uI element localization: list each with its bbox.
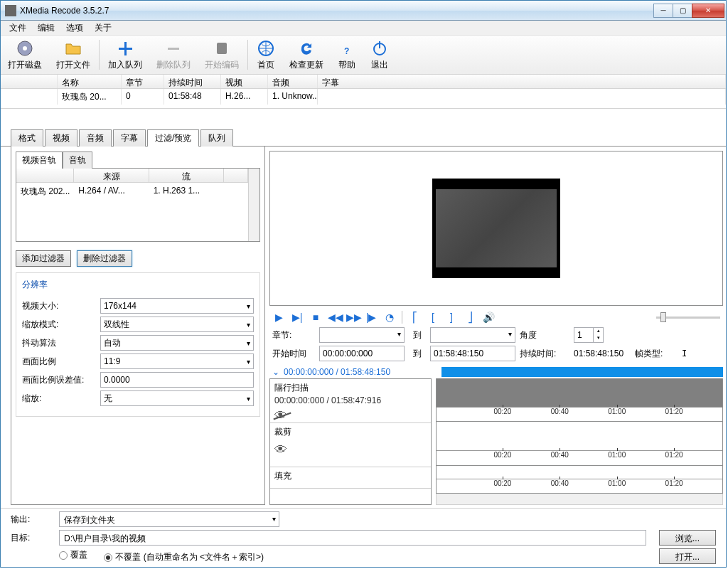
plus-icon — [116, 39, 134, 58]
clock-icon[interactable]: ◔ — [383, 312, 396, 323]
step-icon[interactable]: |▶ — [365, 312, 378, 323]
svg-rect-3 — [217, 43, 227, 54]
scale-mode-combo[interactable]: 双线性 — [100, 317, 254, 332]
eye-icon[interactable]: 👁 — [274, 442, 287, 457]
svg-rect-7 — [379, 41, 380, 48]
tab-format[interactable]: 格式 — [11, 129, 43, 147]
progress-bar[interactable] — [441, 367, 723, 377]
svg-rect-2 — [168, 48, 179, 50]
zoom-combo[interactable]: 无 — [100, 390, 254, 406]
add-filter-button[interactable]: 添加过滤器 — [16, 250, 71, 267]
toolbar: 打开磁盘 打开文件 加入队列 删除队列 开始编码 首页 检查更新 ?帮助 退出 — [1, 35, 726, 75]
app-window: XMedia Recode 3.5.2.7 ─ ▢ ✕ 文件 编辑 选项 关于 … — [0, 0, 727, 568]
bracket-open-icon[interactable]: [ — [427, 312, 439, 323]
tab-video[interactable]: 视频 — [45, 129, 77, 147]
menu-options[interactable]: 选项 — [60, 21, 89, 36]
tb-update[interactable]: 检查更新 — [282, 37, 331, 73]
tb-open-file[interactable]: 打开文件 — [49, 37, 97, 73]
track-scrollbar[interactable] — [248, 169, 259, 241]
mark-out-icon[interactable]: ⎦ — [464, 312, 476, 323]
output-mode-combo[interactable]: 保存到文件夹 — [59, 511, 279, 527]
resolution-group: 分辨率 视频大小:176x144 缩放模式:双线性 抖动算法自动 画面比例11:… — [16, 272, 260, 417]
main-tabs: 格式 视频 音频 字幕 过滤/预览 队列 — [1, 129, 726, 146]
encode-icon — [213, 39, 231, 58]
help-icon: ? — [338, 39, 356, 58]
tab-queue[interactable]: 队列 — [200, 129, 233, 147]
volume-slider[interactable] — [656, 317, 720, 319]
tab-subtitle[interactable]: 字幕 — [113, 129, 146, 147]
subtab-videotrack[interactable]: 视频音轨 — [16, 151, 63, 169]
next-icon[interactable]: ▶| — [291, 312, 304, 323]
globe-icon — [257, 39, 275, 58]
overwrite-radio[interactable]: 覆盖 — [59, 549, 87, 561]
output-bar: 输出: 保存到文件夹 目标: D:\用户目录\我的视频 浏览... 覆盖 不覆盖… — [1, 508, 726, 567]
app-icon — [5, 5, 16, 16]
timeline-track-3[interactable]: 00:2000:4001:0001:20 — [436, 466, 723, 494]
delete-filter-button[interactable]: 删除过滤器 — [77, 250, 132, 267]
aspect-error-input[interactable]: 0.0000 — [100, 372, 254, 388]
disc-icon — [16, 39, 34, 58]
play-icon[interactable]: ▶ — [272, 312, 285, 323]
rewind-icon[interactable]: ◀◀ — [328, 312, 341, 323]
tb-add-queue[interactable]: 加入队列 — [101, 37, 149, 73]
filter-list: 隔行扫描00:00:00:000 / 01:58:47:916👁 裁剪👁 填充 — [269, 378, 432, 505]
svg-text:?: ? — [344, 46, 349, 56]
chevron-down-icon[interactable]: ⌄ — [272, 367, 279, 377]
filter-crop[interactable]: 裁剪👁 — [270, 423, 431, 467]
svg-point-1 — [23, 46, 27, 50]
forward-icon[interactable]: ▶▶ — [346, 312, 359, 323]
eye-off-icon[interactable]: 👁 — [274, 408, 287, 423]
volume-icon[interactable]: 🔊 — [482, 312, 495, 323]
subtab-audiotrack[interactable]: 音轨 — [63, 151, 92, 169]
mark-in-icon[interactable]: ⎡ — [408, 312, 421, 323]
refresh-icon — [297, 39, 316, 58]
bracket-close-icon[interactable]: ] — [445, 312, 458, 323]
maximize-button[interactable]: ▢ — [673, 4, 692, 18]
stop-icon[interactable]: ■ — [309, 312, 322, 323]
tb-open-disc[interactable]: 打开磁盘 — [1, 37, 49, 73]
no-overwrite-radio[interactable]: 不覆盖 (自动重命名为 <文件名＋索引>) — [104, 551, 264, 563]
timeline-track-2[interactable]: 00:2000:4001:0001:20 — [436, 422, 723, 465]
track-grid: 玫瑰岛 202... 来源H.264 / AV... 流1. H.263 1..… — [16, 169, 259, 241]
left-pane: 视频音轨 音轨 玫瑰岛 202... 来源H.264 / AV... 流1. H… — [11, 147, 265, 505]
open-button[interactable]: 打开... — [659, 548, 716, 564]
right-pane: ▶ ▶| ■ ◀◀ ▶▶ |▶ ◔ ⎡ [ ] ⎦ 🔊 章节: 到 角度 — [269, 151, 723, 505]
target-path-input[interactable]: D:\用户目录\我的视频 — [59, 530, 646, 546]
dither-combo[interactable]: 自动 — [100, 335, 254, 351]
video-preview — [269, 151, 723, 306]
aspect-combo[interactable]: 11:9 — [100, 353, 254, 369]
tb-help[interactable]: ?帮助 — [331, 37, 363, 73]
tb-start-encode: 开始编码 — [198, 37, 246, 73]
video-size-combo[interactable]: 176x144 — [100, 298, 254, 314]
timeline-track-1[interactable]: 00:2000:4001:0001:20 — [436, 378, 723, 422]
window-title: XMedia Recode 3.5.2.7 — [20, 6, 654, 16]
tb-exit[interactable]: 退出 — [363, 37, 396, 73]
close-button[interactable]: ✕ — [692, 4, 724, 18]
minimize-button[interactable]: ─ — [653, 4, 673, 18]
chapter-to-combo[interactable] — [430, 327, 515, 343]
start-time-input[interactable]: 00:00:00:000 — [319, 346, 405, 361]
tab-audio[interactable]: 音频 — [79, 129, 112, 147]
titlebar: XMedia Recode 3.5.2.7 ─ ▢ ✕ — [1, 1, 726, 21]
file-grid: 名称 章节 持续时间 视频 音频 字幕 玫瑰岛 20... 0 01:58:48… — [1, 75, 726, 109]
file-row[interactable]: 玫瑰岛 20... 0 01:58:48 H.26... 1. Unknow..… — [1, 89, 726, 105]
angle-spinner[interactable]: 1▴▾ — [574, 327, 604, 343]
menu-about[interactable]: 关于 — [89, 21, 117, 36]
tab-filter-preview[interactable]: 过滤/预览 — [147, 129, 199, 147]
tb-del-queue: 删除队列 — [149, 37, 198, 73]
power-icon — [370, 39, 389, 58]
browse-button[interactable]: 浏览... — [659, 530, 716, 546]
end-time-input[interactable]: 01:58:48:150 — [430, 346, 515, 361]
filter-deinterlace[interactable]: 隔行扫描00:00:00:000 / 01:58:47:916👁 — [270, 379, 431, 423]
menu-file[interactable]: 文件 — [4, 21, 32, 36]
preview-frame — [432, 179, 560, 278]
filter-pad[interactable]: 填充 — [270, 467, 431, 489]
player-controls: ▶ ▶| ■ ◀◀ ▶▶ |▶ ◔ ⎡ [ ] ⎦ 🔊 — [269, 309, 723, 326]
timeline-hscroll[interactable] — [436, 494, 723, 505]
menu-edit[interactable]: 编辑 — [32, 21, 60, 36]
folder-icon — [64, 39, 82, 58]
minus-icon — [164, 39, 183, 58]
tb-home[interactable]: 首页 — [250, 37, 282, 73]
menubar: 文件 编辑 选项 关于 — [1, 21, 726, 35]
chapter-from-combo[interactable] — [319, 327, 405, 343]
